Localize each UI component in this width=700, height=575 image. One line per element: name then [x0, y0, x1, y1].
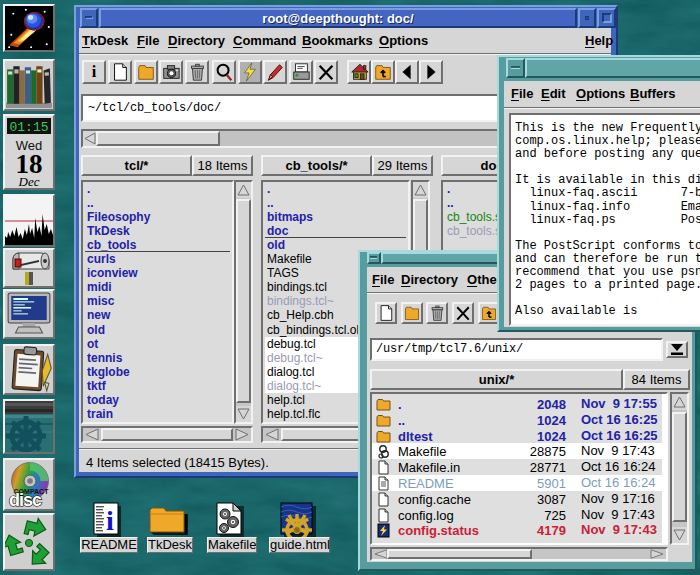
- svg-text:i: i: [92, 62, 97, 81]
- svg-text:i: i: [106, 505, 114, 536]
- svg-text:01:15: 01:15: [9, 120, 48, 135]
- svg-text:disc: disc: [9, 490, 42, 509]
- svg-text:Dec: Dec: [18, 174, 40, 188]
